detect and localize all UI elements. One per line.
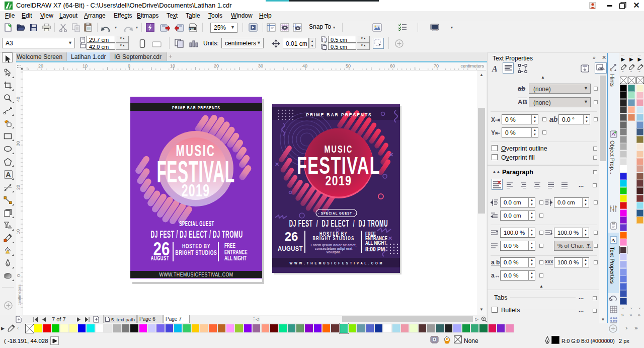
- svg-text:ALL NIGHT: ALL NIGHT: [224, 254, 247, 261]
- svg-text:✕: ✕: [388, 235, 392, 241]
- svg-text:WWW.THEMUSICFESTIVAL.COM: WWW.THEMUSICFESTIVAL.COM: [159, 271, 233, 277]
- svg-text:8:00 PM: 8:00 PM: [365, 245, 385, 252]
- svg-text:PRIME BAR PRESENTS: PRIME BAR PRESENTS: [172, 105, 220, 110]
- svg-text:BRIGHT STUDIOS: BRIGHT STUDIOS: [176, 249, 217, 256]
- svg-text:2019: 2019: [182, 180, 210, 200]
- svg-text:AUGUST: AUGUST: [278, 245, 303, 252]
- svg-text:✕: ✕: [275, 161, 279, 167]
- svg-text:✕: ✕: [389, 152, 393, 158]
- svg-text:A: A: [611, 237, 615, 243]
- svg-text:W W W . T H E M U S I C F E S: W W W . T H E M U S I C F E S T I V A L …: [289, 261, 382, 265]
- svg-text:x: x: [325, 40, 326, 43]
- svg-text:BRIGHT STUDIOS: BRIGHT STUDIOS: [313, 235, 355, 241]
- svg-text:y: y: [325, 48, 326, 51]
- svg-text:2019: 2019: [325, 173, 352, 188]
- svg-text:DJ FEST / DJ ELECT / DJ TR: DJ FEST / DJ ELECT / DJ TROMU: [289, 218, 388, 229]
- svg-text:DJ FEST / DJ ELECT / DJ TROMU: DJ FEST / DJ ELECT / DJ TROMU: [150, 229, 243, 240]
- svg-text:PDF: PDF: [189, 27, 195, 30]
- svg-text:PRIME BAR PRESENTS: PRIME BAR PRESENTS: [306, 112, 372, 117]
- svg-text:A: A: [492, 64, 498, 73]
- svg-text:AUGUST: AUGUST: [151, 254, 170, 262]
- svg-text:26: 26: [285, 230, 298, 243]
- svg-text:volutpat.: volutpat.: [327, 250, 341, 254]
- svg-text:SPECIAL GUEST: SPECIAL GUEST: [179, 219, 214, 228]
- svg-text:· SPECIAL GUEST ·: · SPECIAL GUEST ·: [318, 211, 355, 215]
